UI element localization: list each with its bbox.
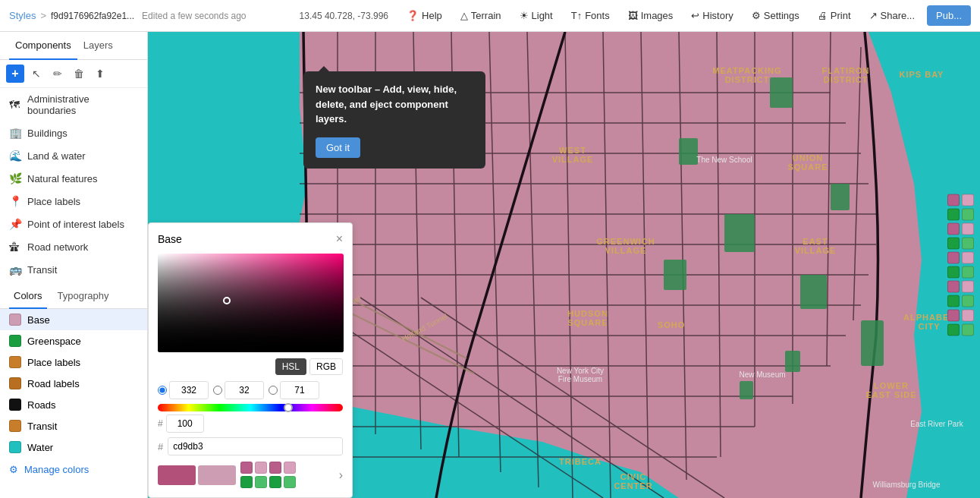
tab-typography[interactable]: Typography — [53, 284, 114, 309]
print-button[interactable]: 🖨 Print — [812, 7, 857, 24]
cursor-button[interactable]: ↖ — [27, 65, 46, 83]
palette-swatch-4a[interactable] — [947, 238, 960, 250]
light-label: Light — [532, 10, 553, 21]
picker-close-button[interactable]: × — [336, 232, 343, 246]
color-item-place-labels[interactable]: Place labels — [0, 351, 147, 373]
natural-label: Natural features — [27, 173, 98, 184]
palette-swatch-6a[interactable] — [947, 266, 960, 279]
move-button[interactable]: ⬆ — [91, 65, 109, 83]
palette-swatch-10a[interactable] — [947, 324, 960, 336]
hue-slider[interactable] — [158, 404, 343, 411]
palette-swatch-7b[interactable] — [962, 281, 974, 293]
palette-swatch-1a[interactable] — [947, 194, 960, 206]
color-swatch-greenspace — [9, 335, 21, 347]
picker-expand-arrow[interactable]: › — [339, 468, 343, 482]
s-input[interactable] — [225, 381, 264, 399]
swatch-7[interactable] — [269, 476, 281, 488]
l-input[interactable] — [280, 381, 319, 399]
color-item-base[interactable]: Base — [0, 309, 147, 330]
layer-transit[interactable]: 🚌 Transit — [0, 258, 147, 281]
palette-swatch-3b[interactable] — [962, 223, 974, 235]
palette-swatch-2b[interactable] — [962, 209, 974, 221]
palette-swatch-3a[interactable] — [947, 223, 960, 235]
layer-poi-labels[interactable]: 📌 Point of interest labels — [0, 213, 147, 235]
picker-mode-hsl[interactable]: HSL — [275, 358, 306, 375]
terrain-button[interactable]: △ Terrain — [454, 7, 507, 24]
svg-text:UNION: UNION — [793, 153, 823, 162]
images-button[interactable]: 🖼 Images — [622, 7, 680, 24]
color-item-greenspace[interactable]: Greenspace — [0, 330, 147, 351]
palette-swatch-6b[interactable] — [962, 266, 974, 279]
help-button[interactable]: ❓ Help — [400, 7, 448, 24]
share-label: Share... — [881, 10, 916, 21]
svg-text:FLATIRON: FLATIRON — [822, 66, 870, 75]
history-icon: ↩ — [691, 10, 699, 21]
print-label: Print — [831, 10, 851, 21]
got-it-button[interactable]: Got it — [316, 137, 360, 158]
color-item-road-labels[interactable]: Road labels — [0, 373, 147, 394]
palette-swatch-8a[interactable] — [947, 295, 960, 307]
palette-swatch-5a[interactable] — [947, 252, 960, 264]
layer-land-water[interactable]: 🌊 Land & water — [0, 144, 147, 167]
share-icon: ↗ — [869, 10, 878, 21]
palette-swatch-9b[interactable] — [962, 310, 974, 322]
swatch-4[interactable] — [284, 462, 296, 474]
h-radio[interactable] — [158, 386, 167, 395]
svg-text:East River Park: East River Park — [910, 420, 963, 428]
svg-rect-37 — [831, 184, 850, 210]
styles-link[interactable]: Styles — [9, 10, 36, 21]
layer-place-labels[interactable]: 📍 Place labels — [0, 190, 147, 213]
share-button[interactable]: ↗ Share... — [863, 7, 922, 24]
settings-button[interactable]: ⚙ Settings — [746, 7, 806, 24]
delete-button[interactable]: 🗑 — [70, 65, 88, 83]
manage-colors-button[interactable]: ⚙ Manage colors — [0, 458, 147, 481]
h-input[interactable] — [169, 381, 209, 399]
light-button[interactable]: ☀ Light — [514, 7, 559, 24]
hex-input[interactable] — [168, 437, 343, 455]
layer-road-network[interactable]: 🛣 Road network — [0, 235, 147, 258]
pen-button[interactable]: ✏ — [49, 65, 67, 83]
add-layer-button[interactable]: + — [6, 65, 24, 83]
alpha-input[interactable] — [166, 414, 204, 433]
tab-components[interactable]: Components — [9, 32, 77, 60]
layer-natural-features[interactable]: 🌿 Natural features — [0, 167, 147, 190]
breadcrumb-sep: > — [40, 10, 46, 21]
publish-button[interactable]: Pub... — [927, 5, 971, 26]
palette-swatch-10b[interactable] — [962, 324, 974, 336]
palette-swatch-1b[interactable] — [962, 194, 974, 206]
palette-swatch-4b[interactable] — [962, 238, 974, 250]
gradient-canvas[interactable] — [158, 254, 344, 352]
swatch-6[interactable] — [255, 476, 267, 488]
s-radio[interactable] — [213, 386, 222, 395]
palette-swatch-2a[interactable] — [947, 209, 960, 221]
palette-swatch-5b[interactable] — [962, 252, 974, 264]
tab-layers[interactable]: Layers — [77, 32, 119, 60]
fonts-icon: T↑ — [571, 10, 582, 21]
swatch-8[interactable] — [284, 476, 296, 488]
swatch-1[interactable] — [240, 462, 253, 474]
layer-buildings[interactable]: 🏢 Buildings — [0, 121, 147, 144]
palette-swatch-8b[interactable] — [962, 295, 974, 307]
layer-admin-boundaries[interactable]: 🗺 Administrative boundaries — [0, 88, 147, 121]
l-radio[interactable] — [269, 386, 278, 395]
map-area[interactable]: MEATPACKING DISTRICT FLATIRON DISTRICT K… — [148, 32, 980, 498]
alpha-row: # — [158, 414, 343, 433]
tab-colors[interactable]: Colors — [9, 284, 47, 309]
fonts-button[interactable]: T↑ Fonts — [565, 7, 616, 24]
palette-swatch-9a[interactable] — [947, 310, 960, 322]
picker-mode-rgb[interactable]: RGB — [309, 358, 343, 375]
color-item-water[interactable]: Water — [0, 437, 147, 458]
svg-text:EAST: EAST — [803, 237, 828, 246]
svg-text:WEST: WEST — [559, 146, 586, 155]
place-labels-label: Place labels — [27, 196, 80, 207]
color-label-transit: Transit — [27, 421, 57, 432]
palette-swatch-7a[interactable] — [947, 281, 960, 293]
svg-text:New Museum: New Museum — [739, 370, 785, 379]
swatch-2[interactable] — [255, 462, 267, 474]
swatch-3[interactable] — [269, 462, 281, 474]
swatch-5[interactable] — [240, 476, 253, 488]
history-button[interactable]: ↩ History — [685, 7, 739, 24]
svg-text:VILLAGE: VILLAGE — [795, 246, 837, 255]
color-item-roads[interactable]: Roads — [0, 394, 147, 415]
color-item-transit[interactable]: Transit — [0, 415, 147, 437]
